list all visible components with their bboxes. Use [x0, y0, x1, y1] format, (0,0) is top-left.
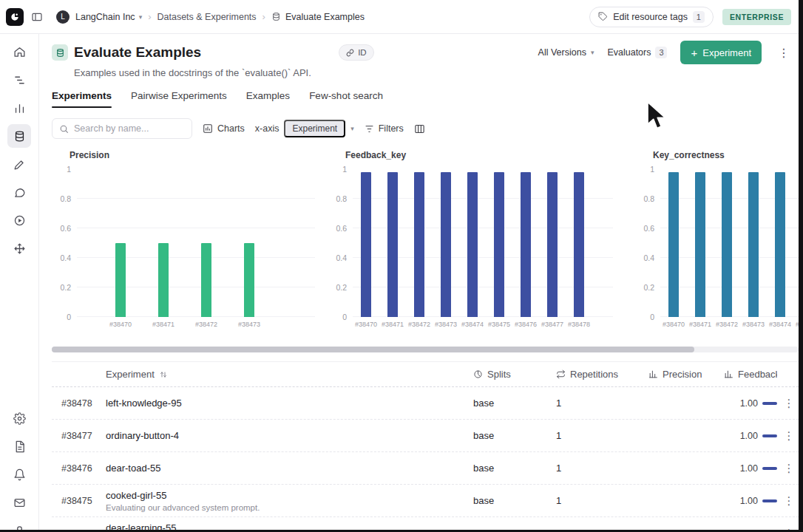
bar[interactable] — [748, 172, 759, 317]
bar[interactable] — [441, 172, 451, 317]
play-circle-icon[interactable] — [7, 208, 31, 232]
langsmith-logo[interactable] — [6, 8, 24, 26]
columns-icon[interactable] — [414, 123, 425, 134]
row-menu-button[interactable]: ⋮ — [779, 494, 799, 508]
row-menu-button[interactable]: ⋮ — [779, 397, 799, 410]
experiment-name[interactable]: dear-toad-55 — [106, 463, 473, 474]
repetitions-header-label: Repetitions — [570, 369, 618, 380]
chevron-down-icon[interactable]: ▾ — [350, 125, 354, 132]
experiment-name[interactable]: cooked-girl-55 — [106, 490, 473, 501]
feedback-value: 1.00 — [740, 431, 758, 441]
row-menu-button[interactable]: ⋮ — [779, 462, 799, 475]
bar[interactable] — [722, 172, 732, 317]
repetitions-value: 1 — [556, 398, 648, 409]
repetitions-value: 1 — [556, 463, 648, 474]
feedback-mini-bar — [762, 434, 777, 437]
x-axis-control: x-axis Experiment ▾ — [255, 120, 354, 137]
pencil-icon[interactable] — [7, 152, 31, 176]
toolbar: Charts x-axis Experiment ▾ Filters — [52, 117, 803, 140]
bar-slot: #38475 — [793, 169, 799, 317]
tag-icon — [598, 12, 608, 21]
splits-column-header[interactable]: Splits — [473, 369, 556, 380]
sidebar-bottom-group — [7, 406, 31, 532]
chart-feedback-key: Feedback_key 00.20.40.60.81 #38470#38471… — [328, 150, 613, 333]
row-menu-button[interactable]: ⋮ — [779, 429, 799, 443]
bar-slot: #38476 — [512, 169, 539, 317]
experiment-name[interactable]: ordinary-button-4 — [106, 430, 473, 441]
bar[interactable] — [158, 243, 169, 317]
experiment-column-header[interactable]: Experiment — [106, 369, 473, 380]
charts-toggle-button[interactable]: Charts — [203, 123, 245, 134]
bar[interactable] — [201, 243, 211, 317]
home-icon[interactable] — [7, 40, 31, 64]
search-box — [52, 118, 192, 139]
page-subtitle: Examples used in the docstrings of the `… — [74, 67, 803, 78]
bar[interactable] — [387, 172, 398, 317]
bar[interactable] — [521, 172, 531, 317]
x-axis-value-chip[interactable]: Experiment — [284, 120, 345, 137]
evaluators-button[interactable]: Evaluators 3 — [607, 47, 667, 58]
mail-icon[interactable] — [7, 491, 31, 514]
breadcrumb-org[interactable]: LangChain Inc ▾ — [75, 12, 142, 22]
bar[interactable] — [775, 172, 785, 317]
table-row[interactable]: #38476dear-toad-55base11.00⋮ — [52, 452, 799, 485]
page-title: Evaluate Examples — [74, 44, 201, 61]
tab-experiments[interactable]: Experiments — [52, 90, 112, 108]
all-versions-label: All Versions — [538, 47, 586, 58]
bar[interactable] — [361, 172, 371, 317]
feedback-column-header[interactable]: Feedback — [724, 369, 777, 380]
experiment-name[interactable]: left-knowledge-95 — [106, 398, 473, 409]
bar[interactable] — [574, 172, 584, 317]
repeat-icon — [556, 369, 566, 379]
feedback-cell: 1.00 — [648, 431, 779, 441]
comment-icon[interactable] — [7, 180, 31, 204]
y-tick-label: 0.4 — [336, 253, 347, 262]
table-row[interactable]: #38477ordinary-button-4base11.00⋮ — [52, 420, 799, 452]
bar-chart-icon[interactable] — [7, 96, 31, 120]
tab-few-shot-search[interactable]: Few-shot search — [309, 90, 383, 108]
bar-slot: #38472 — [714, 169, 740, 317]
org-name: LangChain Inc — [75, 12, 135, 22]
bar[interactable] — [695, 172, 705, 317]
filters-button[interactable]: Filters — [365, 123, 404, 134]
document-icon[interactable] — [7, 434, 31, 458]
bar[interactable] — [414, 172, 424, 317]
table-row[interactable]: #38475cooked-girl-55Evaluating our advan… — [52, 485, 799, 517]
dataset-icon — [271, 12, 281, 21]
tab-examples[interactable]: Examples — [246, 90, 290, 108]
move-arrows-icon[interactable] — [7, 236, 31, 260]
tab-pairwise-experiments[interactable]: Pairwise Experiments — [131, 90, 227, 108]
feedback-cell: 1.00 — [648, 398, 779, 409]
breadcrumb-section[interactable]: Datasets & Experiments — [157, 12, 257, 22]
chart-title: Feedback_key — [345, 150, 613, 160]
bar[interactable] — [467, 172, 478, 317]
bar[interactable] — [547, 172, 558, 317]
experiment-description: Evaluating our advanced system prompt. — [106, 503, 473, 512]
sidebar-toggle-icon[interactable] — [30, 10, 44, 24]
sort-icon[interactable] — [159, 370, 168, 379]
copy-id-button[interactable]: ID — [339, 44, 374, 61]
trace-icon[interactable] — [7, 68, 31, 92]
table-row[interactable]: #38478left-knowledge-95base11.00⋮ — [52, 387, 799, 420]
bar[interactable] — [494, 172, 504, 317]
bar[interactable] — [668, 172, 679, 317]
all-versions-dropdown[interactable]: All Versions ▾ — [538, 47, 594, 58]
precision-header-label: Precision — [663, 369, 702, 380]
edit-resource-tags-button[interactable]: Edit resource tags 1 — [589, 7, 714, 27]
new-experiment-button[interactable]: + Experiment — [680, 41, 762, 64]
table-body: #38478left-knowledge-95base11.00⋮#38477o… — [52, 387, 799, 532]
scrollbar-thumb[interactable] — [52, 347, 694, 352]
precision-column-header[interactable]: Precision — [648, 369, 702, 380]
bar[interactable] — [115, 243, 126, 317]
org-avatar[interactable]: L — [56, 10, 70, 24]
chart-y-axis: 00.20.40.60.81 — [635, 169, 660, 317]
search-input[interactable] — [74, 123, 185, 134]
bar[interactable] — [244, 243, 254, 317]
page-menu-button[interactable]: ⋮ — [775, 46, 793, 60]
bell-icon[interactable] — [7, 463, 31, 486]
sidebar — [0, 34, 39, 532]
datasets-icon[interactable] — [7, 124, 31, 148]
gear-icon[interactable] — [7, 406, 31, 430]
splits-header-label: Splits — [487, 369, 511, 380]
repetitions-column-header[interactable]: Repetitions — [556, 369, 648, 380]
